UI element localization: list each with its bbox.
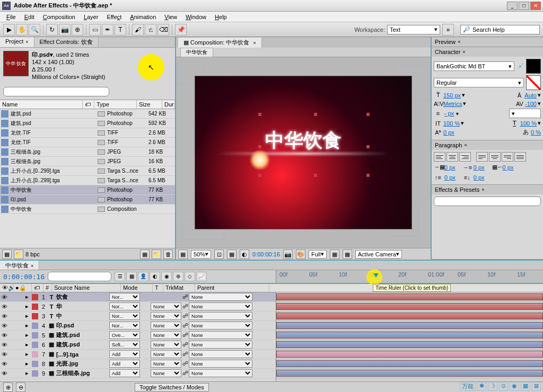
hand-tool[interactable]: ✋ [16, 24, 28, 35]
project-row[interactable]: 印.psdPhotoshop77 KB [0, 195, 175, 204]
rect-tool[interactable]: ▭ [89, 24, 101, 35]
font-family-dropdown[interactable]: BankGothic Md BT▾ [434, 61, 514, 71]
current-time[interactable]: 0:00:00:16 [252, 251, 280, 257]
font-size-value[interactable]: 150 px [443, 92, 461, 99]
justify-last-center-button[interactable] [489, 152, 501, 162]
col-source-name[interactable]: Source Name [52, 284, 121, 292]
workspace-dropdown[interactable]: Text▾ [387, 25, 440, 34]
justify-last-right-button[interactable] [502, 152, 513, 162]
status-1[interactable]: 万能 [460, 382, 476, 391]
timeline-layer-rows[interactable]: 👁▸1T饮食Nor...☍None👁▸2T华Nor...None☍None👁▸3… [0, 292, 276, 381]
resolution-dropdown[interactable]: Full ▾ [309, 250, 327, 259]
tracking-value[interactable]: -100 [525, 101, 537, 107]
pen-tool[interactable]: ✒ [102, 24, 113, 35]
timeline-layer-row[interactable]: 👁▸1T饮食Nor...☍None [0, 292, 276, 302]
composition-viewer[interactable]: 中华饮食 [176, 57, 431, 248]
new-folder2-button[interactable]: 📁 [152, 250, 161, 259]
align-right-button[interactable] [459, 152, 471, 162]
shy-button[interactable]: 👤 [138, 272, 148, 281]
auto-keyframe-button[interactable]: ◇ [185, 272, 195, 281]
graph-editor-button[interactable]: 📈 [196, 272, 207, 281]
menu-window[interactable]: Window [181, 13, 211, 21]
paragraph-panel-header[interactable]: Paragraph× [432, 140, 543, 150]
minimize-button[interactable]: _ [507, 2, 518, 10]
preview-panel-header[interactable]: Preview× [432, 37, 543, 47]
new-folder-button[interactable]: 📁 [14, 250, 23, 259]
menu-effect[interactable]: Effect [102, 13, 126, 21]
effects-panel-header[interactable]: Effects & Presets× [432, 185, 543, 194]
menu-help[interactable]: Help [211, 13, 231, 21]
vscale-value[interactable]: 100 % [443, 120, 460, 127]
align-center-button[interactable] [446, 152, 458, 162]
safe-zones-button[interactable]: ⊡ [214, 250, 224, 259]
fill-color-swatch[interactable] [526, 59, 541, 74]
status-5[interactable]: ◉ [510, 382, 519, 391]
tab-project[interactable]: Project× [0, 37, 34, 47]
effects-search-input[interactable] [434, 197, 541, 206]
mask-button[interactable]: ◐ [240, 250, 249, 259]
timeline-tracks[interactable] [276, 292, 543, 381]
project-row[interactable]: 中华饮食Composition [0, 204, 175, 214]
timeline-timecode[interactable]: 0:00:00:16 [3, 273, 45, 281]
menu-animation[interactable]: Animation [126, 13, 160, 21]
col-size[interactable]: Size [137, 100, 162, 109]
indent-left-value[interactable]: 0 px [444, 164, 456, 171]
stroke-style-dropdown[interactable]: ▾ [509, 109, 541, 118]
space-before-value[interactable]: 0 px [444, 174, 456, 181]
grid-button[interactable]: ▦ [227, 250, 237, 259]
baseline-value[interactable]: 0 px [443, 129, 454, 136]
motion-blur-button[interactable]: ◉ [161, 272, 172, 281]
font-style-dropdown[interactable]: Regular▾ [434, 78, 524, 87]
col-label[interactable]: 🏷 [83, 100, 94, 109]
playhead-icon[interactable] [373, 273, 379, 278]
timeline-layer-row[interactable]: 👁▸8▦光斑.jpgAddNone☍None [0, 359, 276, 369]
hscale-value[interactable]: 100 % [520, 120, 537, 127]
draft-3d-button[interactable]: ▦ [126, 272, 137, 281]
puppet-tool[interactable]: 📌 [175, 24, 187, 35]
channels-button[interactable]: 🎨 [296, 250, 305, 259]
rotate-tool[interactable]: ↻ [46, 24, 58, 35]
selection-tool[interactable]: ▶ [3, 24, 15, 35]
zoom-dropdown[interactable]: 50% ▾ [191, 250, 211, 259]
new-comp-button[interactable]: ▦ [140, 250, 150, 259]
col-type[interactable]: Type [94, 100, 137, 109]
project-row[interactable]: 建筑.psdPhotoshop542 KB [0, 109, 175, 119]
brush-tool[interactable]: 🖌 [132, 24, 144, 35]
project-row[interactable]: 中华饮食Photoshop77 KB [0, 185, 175, 195]
timeline-layer-row[interactable]: 👁▸4▦印.psdNor...None☍None [0, 321, 276, 331]
eraser-tool[interactable]: ⌫ [157, 24, 169, 35]
close-button[interactable]: ✕ [530, 2, 541, 10]
zoom-tool[interactable]: 🔍 [29, 24, 40, 35]
timeline-search-input[interactable] [48, 272, 111, 281]
character-panel-header[interactable]: Character× [432, 47, 543, 57]
timeline-layer-row[interactable]: 👁▸7▦[...9].tgaAddNone☍None [0, 350, 276, 359]
menu-edit[interactable]: Edit [20, 13, 39, 21]
pan-behind-tool[interactable]: ⊕ [72, 24, 83, 35]
timeline-toggle2-button[interactable]: ⊖ [16, 382, 25, 392]
timeline-layer-row[interactable]: 👁▸6▦建筑.psdSoft...None☍None [0, 340, 276, 350]
project-row[interactable]: 三根细条.jpgJPEG16 KB [0, 157, 175, 166]
search-help-field[interactable]: 🔎 Search Help [460, 25, 540, 34]
timeline-layer-row[interactable]: 👁▸9▦三根细条.jpgAddNone☍None [0, 369, 276, 378]
stroke-width-value[interactable]: - px [444, 110, 454, 117]
comp-mini-flowchart-button[interactable]: ☰ [115, 272, 125, 281]
time-ruler[interactable]: 00f05f10f15f20f01:00f05f10f15f Time Rule… [276, 270, 543, 283]
col-name[interactable]: Name [0, 100, 83, 109]
tab-effect-controls[interactable]: Effect Controls: 饮食 [34, 37, 99, 47]
project-row[interactable]: 三根细条.jpgJPEG18 KB [0, 147, 175, 157]
brainstorm-button[interactable]: ⊕ [173, 272, 183, 281]
menu-file[interactable]: File [2, 13, 20, 21]
col-parent[interactable]: Parent [195, 284, 269, 292]
col-trkmat[interactable]: TrkMat [163, 284, 195, 292]
menu-layer[interactable]: Layer [80, 13, 103, 21]
project-row[interactable]: 上升小点.[0..299].tgaTarga S...nce6.5 MB [0, 176, 175, 185]
status-4[interactable]: ⊙ [499, 382, 508, 391]
menu-view[interactable]: View [160, 13, 181, 21]
project-search-input[interactable] [3, 87, 109, 96]
status-6[interactable]: ▦ [521, 382, 530, 391]
text-tool[interactable]: T [115, 24, 126, 35]
eyedropper-icon[interactable]: 💉 [516, 63, 524, 70]
project-row[interactable]: 龙纹.TIFTIFF2.6 MB [0, 128, 175, 138]
indent-right-value[interactable]: 0 px [503, 164, 514, 171]
status-2[interactable]: ✱ [477, 382, 486, 391]
